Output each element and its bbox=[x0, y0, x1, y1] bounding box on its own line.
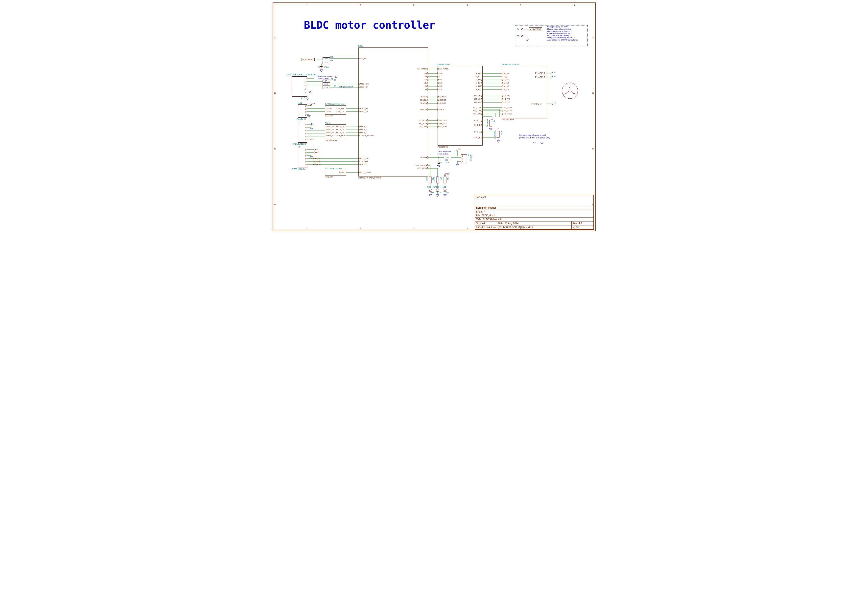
svg-marker-208 bbox=[429, 189, 432, 192]
zone-bot-2: 2 bbox=[360, 227, 361, 230]
zone-bot-1: 1 bbox=[306, 227, 308, 230]
esd-note: ESD protection? bbox=[339, 86, 353, 88]
drv-l-dc_cal: DC_CAL bbox=[440, 126, 448, 128]
zone-bot-3: 3 bbox=[413, 227, 415, 230]
drv-r-h1_low: H1_LOW bbox=[473, 106, 481, 109]
svg-line-15 bbox=[309, 91, 311, 93]
svg-rect-203 bbox=[436, 177, 439, 183]
mcu-l-tx_sda: TX_SDA bbox=[361, 160, 368, 163]
r5-ref: R5 bbox=[445, 159, 448, 161]
hall-conn: 6 5 4 3 2 1 bbox=[298, 123, 307, 143]
zone-top-4: 4 bbox=[467, 4, 468, 6]
mosdrv-name: Mosfet driver bbox=[437, 63, 450, 66]
r54-ref: R54 bbox=[493, 120, 495, 124]
svg-marker-180 bbox=[489, 128, 492, 130]
mcu-l-rx_scl: RX_SCL bbox=[361, 163, 368, 165]
tb-rev: Rev: 4.6 bbox=[572, 222, 582, 225]
tb-sheet: Sheet: / bbox=[475, 210, 593, 214]
r3-val: 39k bbox=[325, 57, 328, 60]
led-red: RED bbox=[427, 186, 431, 188]
fet-l-h1_low: H1_LOW bbox=[504, 106, 512, 109]
mcu-r-l3: L3 bbox=[424, 88, 426, 90]
fet-l-m_h3: M_H3 bbox=[504, 85, 509, 87]
r22v: 2k2 bbox=[440, 177, 443, 180]
canrx-l: CAN_RX bbox=[336, 107, 344, 110]
servo-5v: +5V bbox=[457, 148, 461, 150]
mcu-r-br_so1: BR_SO1 bbox=[419, 119, 427, 121]
mcu-name: MCU bbox=[358, 45, 364, 47]
drv-r-h2_vs: H2_VS bbox=[474, 98, 481, 100]
svg-marker-189 bbox=[437, 165, 440, 167]
usb-r-mid: 22R bbox=[322, 83, 330, 86]
svg-text:2: 2 bbox=[498, 127, 499, 130]
supply-note-box: P4 V_SUPPLY P5 Voltage supply (0 - 60v) … bbox=[515, 25, 588, 46]
zone-top-6: 6 bbox=[574, 4, 575, 6]
r55-ref: R55 bbox=[501, 131, 502, 135]
drv-l-h2: H2 bbox=[440, 79, 442, 81]
mcu-file: STM32F4 64LQFP.sch bbox=[358, 177, 381, 179]
mcu-r-l1: L1 bbox=[424, 75, 426, 78]
k1-ref: K1 bbox=[467, 154, 470, 156]
mcu-r-br_so2: BR_SO2 bbox=[419, 122, 427, 125]
mosdrv-file: Power.sch bbox=[437, 146, 448, 148]
schematic-sheet: 1 2 3 4 5 6 1 2 3 4 5 6 A B C D A B C D … bbox=[272, 3, 596, 231]
svg-marker-28 bbox=[308, 115, 310, 118]
canbus-name: CANBUS bbox=[297, 118, 306, 120]
svg-line-16 bbox=[309, 91, 311, 93]
p2-ref: P2 bbox=[554, 71, 556, 74]
svg-point-152 bbox=[552, 73, 553, 74]
canbus-conn: 4 3 2 1 bbox=[298, 104, 307, 118]
p3-conn: 6 5 4 3 2 1 bbox=[298, 148, 307, 168]
drv-l-fault: FAULT bbox=[440, 108, 445, 110]
phase2-lbl: PHASE_2 bbox=[535, 76, 546, 78]
c3-val: 100n bbox=[437, 161, 442, 164]
svg-rect-177 bbox=[490, 120, 492, 126]
svg-marker-219 bbox=[443, 195, 446, 197]
fet-l-m_h1: M_H1 bbox=[504, 72, 509, 74]
mcu-r-h1: H1 bbox=[424, 72, 426, 74]
tb-title: Title: BLDC Driver 4.6 bbox=[476, 218, 502, 221]
svg-marker-215 bbox=[429, 195, 432, 197]
mcu-l-usb_dm: USB_DM bbox=[361, 83, 369, 85]
hall-name: HALL/Encoder bbox=[292, 143, 307, 145]
canbus-ref: P101 bbox=[297, 102, 302, 104]
svg-marker-179 bbox=[497, 141, 500, 143]
phase3-lbl: PHASE_3 bbox=[532, 102, 542, 105]
svg-marker-32 bbox=[311, 123, 313, 125]
svg-point-2 bbox=[521, 35, 523, 37]
drv-r-sh1_a: SH1_A bbox=[474, 119, 481, 122]
drv-l-sens1: SENS1 bbox=[440, 96, 446, 98]
drv-r-m_l1: M_L1 bbox=[476, 75, 481, 78]
canl: CANL bbox=[326, 110, 331, 113]
led-led: LED bbox=[443, 186, 447, 188]
r4-val: 2k2 bbox=[325, 61, 328, 64]
can-sheet bbox=[325, 105, 346, 115]
servo-name: SERVO bbox=[470, 155, 472, 161]
mcu-r-servo: SERVO bbox=[420, 156, 427, 158]
svg-marker-5 bbox=[526, 39, 529, 41]
svg-line-159 bbox=[563, 91, 570, 95]
usb-pin2: 2 bbox=[305, 81, 305, 83]
r55-val: SHUNT bbox=[494, 131, 496, 137]
r3: 39k bbox=[322, 57, 330, 60]
vsupply-flag: V_SUPPLY bbox=[529, 28, 542, 30]
p3-5v: +5V bbox=[315, 148, 319, 150]
mcu-l-adc_ext: ADC_EXT bbox=[361, 157, 370, 160]
svg-marker-34 bbox=[310, 128, 313, 130]
hall-5v: +5V bbox=[310, 138, 314, 140]
drv-l-h1: H1 bbox=[440, 72, 442, 74]
drv-r-m_h2: M_H2 bbox=[476, 79, 481, 81]
svg-point-0 bbox=[521, 28, 523, 30]
svg-marker-11 bbox=[320, 70, 323, 72]
usb-conn: 1 2 3 4 5 bbox=[292, 76, 307, 97]
filters-file: hall_filters.sch bbox=[325, 139, 338, 141]
fet-l-h1_vs: H1_VS bbox=[504, 95, 510, 97]
mcu-r-sens3: SENS3 bbox=[420, 102, 426, 104]
fet-l-h2_low: H2_LOW bbox=[504, 110, 512, 112]
schematic-title: BLDC motor controller bbox=[304, 19, 436, 31]
svg-rect-202 bbox=[429, 177, 431, 183]
drv-l-en_gate: EN_GATE bbox=[440, 68, 449, 70]
svg-point-154 bbox=[552, 76, 553, 78]
drv-l-br_so2: BR_SO2 bbox=[440, 122, 448, 125]
zone-r-c: C bbox=[592, 147, 594, 150]
